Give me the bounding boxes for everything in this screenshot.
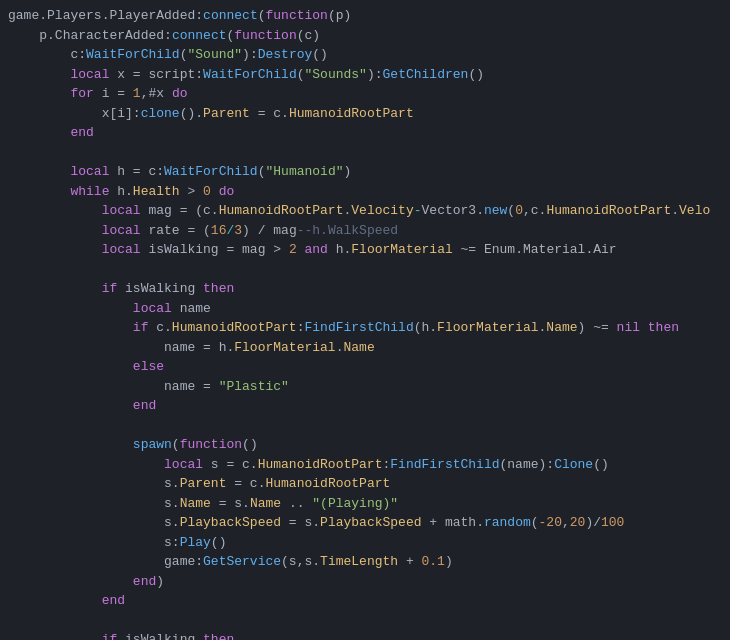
code-token: 1: [133, 84, 141, 104]
code-token: script: [148, 65, 195, 85]
code-token: Health: [133, 182, 180, 202]
code-line: s.Parent = c.HumanoidRootPart: [0, 474, 730, 494]
code-token: 100: [601, 513, 624, 533]
code-token: (name):: [500, 455, 555, 475]
code-token: (): [242, 435, 258, 455]
code-token: [640, 318, 648, 338]
code-token: :: [297, 318, 305, 338]
code-token: c: [70, 45, 78, 65]
code-token: (: [258, 6, 266, 26]
code-token: HumanoidRootPart: [265, 474, 390, 494]
code-token: GetChildren: [383, 65, 469, 85]
code-token: end: [133, 572, 156, 592]
code-token: local: [164, 455, 203, 475]
code-token: .: [39, 6, 47, 26]
code-token: p: [336, 6, 344, 26]
code-token: GetService: [203, 552, 281, 572]
code-token: then: [203, 279, 234, 299]
code-token: (: [172, 435, 180, 455]
code-line: [0, 611, 730, 631]
code-token: end: [133, 396, 156, 416]
code-token: c.: [148, 318, 171, 338]
code-token: /: [226, 221, 234, 241]
code-token: Play: [180, 533, 211, 553]
code-token: end: [102, 591, 125, 611]
code-token: (: [531, 513, 539, 533]
code-line: p.CharacterAdded:connect(function(c): [0, 26, 730, 46]
code-token: mag = (c.: [141, 201, 219, 221]
code-token: nil: [617, 318, 640, 338]
code-token: ,#x: [141, 84, 172, 104]
code-token: 3: [234, 221, 242, 241]
code-token: 0.1: [422, 552, 445, 572]
code-token: and: [305, 240, 328, 260]
code-token: (: [258, 162, 266, 182]
code-token: isWalking: [117, 279, 203, 299]
code-token: h.: [328, 240, 351, 260]
code-token: -20: [539, 513, 562, 533]
code-line: local h = c:WaitForChild("Humanoid"): [0, 162, 730, 182]
code-token: .: [585, 240, 593, 260]
code-line: [0, 260, 730, 280]
code-line: x[i]:clone().Parent = c.HumanoidRootPart: [0, 104, 730, 124]
code-token: (): [593, 455, 609, 475]
code-token: x =: [109, 65, 148, 85]
code-token: c: [305, 26, 313, 46]
code-token: Velo: [679, 201, 710, 221]
code-token: local: [133, 299, 172, 319]
code-token: .: [515, 240, 523, 260]
code-line: c:WaitForChild("Sound"):Destroy(): [0, 45, 730, 65]
code-token: local: [70, 162, 109, 182]
code-token: (): [211, 533, 227, 553]
code-token: 0: [515, 201, 523, 221]
code-token: 0: [203, 182, 211, 202]
code-token: isWalking = mag >: [141, 240, 289, 260]
code-token: (: [297, 26, 305, 46]
code-line: spawn(function(): [0, 435, 730, 455]
code-token: i =: [94, 84, 133, 104]
code-line: s.PlaybackSpeed = s.PlaybackSpeed + math…: [0, 513, 730, 533]
code-line: name = "Plastic": [0, 377, 730, 397]
code-token: "Sound": [187, 45, 242, 65]
code-token: Name: [250, 494, 281, 514]
code-line: local isWalking = mag > 2 and h.FloorMat…: [0, 240, 730, 260]
code-token: WaitForChild: [86, 45, 180, 65]
code-token: -: [414, 201, 422, 221]
code-token: FindFirstChild: [390, 455, 499, 475]
code-token: Material: [523, 240, 585, 260]
code-token: .: [47, 26, 55, 46]
code-token: p: [39, 26, 47, 46]
code-token: ):: [242, 45, 258, 65]
code-token: Players: [47, 6, 102, 26]
code-token: (: [226, 26, 234, 46]
code-token: HumanoidRootPart: [546, 201, 671, 221]
code-line: end): [0, 572, 730, 592]
code-token: h.WalkSpeed: [312, 221, 398, 241]
code-line: while h.Health > 0 do: [0, 182, 730, 202]
code-token: rate = (: [141, 221, 211, 241]
code-token: :: [195, 65, 203, 85]
code-token: h.: [109, 182, 132, 202]
code-token: game:: [164, 552, 203, 572]
code-token: Velocity: [351, 201, 413, 221]
code-token: Name: [180, 494, 211, 514]
code-token: --: [297, 221, 313, 241]
code-token: = s.: [211, 494, 250, 514]
code-token: .: [343, 201, 351, 221]
code-token: else: [133, 357, 164, 377]
code-token: function: [180, 435, 242, 455]
code-token: ) ~=: [578, 318, 617, 338]
code-token: Name: [546, 318, 577, 338]
code-token: if: [102, 279, 118, 299]
code-line: if c.HumanoidRootPart:FindFirstChild(h.F…: [0, 318, 730, 338]
code-token: Enum: [484, 240, 515, 260]
code-line: if isWalking then: [0, 279, 730, 299]
code-token: game: [8, 6, 39, 26]
code-token: s.: [164, 513, 180, 533]
code-line: for i = 1,#x do: [0, 84, 730, 104]
code-line: local s = c.HumanoidRootPart:FindFirstCh…: [0, 455, 730, 475]
code-token: x[i]: [102, 104, 133, 124]
code-line: if isWalking then: [0, 630, 730, 640]
code-token: :: [133, 104, 141, 124]
code-token: name: [172, 299, 211, 319]
